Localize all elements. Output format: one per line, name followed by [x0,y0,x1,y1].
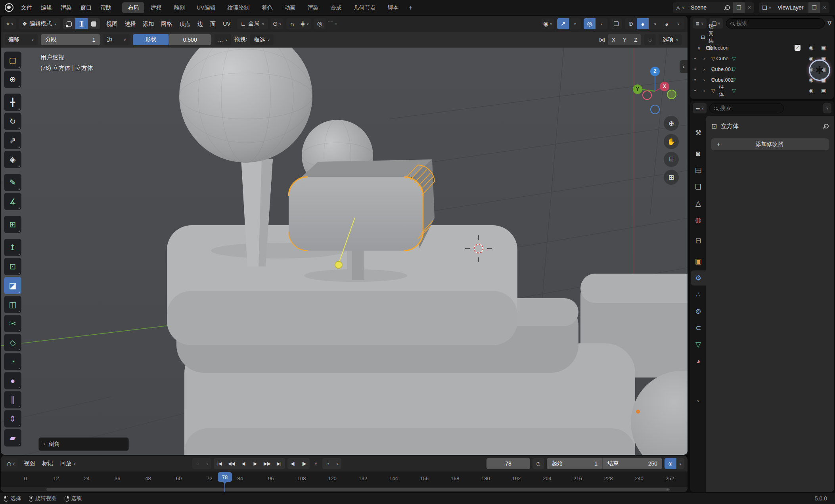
outliner-row-柱体[interactable]: •›▽柱体▽◉▣ [690,85,834,96]
extrude-tool[interactable]: ↥ [4,239,21,256]
workspace-tab-渲染[interactable]: 渲染 [302,2,324,13]
viewport-menu-选择[interactable]: 选择 [121,16,139,32]
pivot-point-selector[interactable]: ⊙∨ [271,18,283,29]
object-tab[interactable]: ▣ [691,254,706,269]
smooth-tool[interactable]: ● [4,372,21,389]
auto-keying-toggle[interactable]: ◌ [192,458,203,469]
frame-step-dropdown[interactable]: ∨ [312,458,320,469]
vertex-select-mode-button[interactable] [63,18,75,29]
drag-mode-selector[interactable]: 框选∨ [250,34,274,45]
workspace-tab-UV编辑[interactable]: UV编辑 [191,2,221,13]
pin-scene-icon[interactable] [722,2,733,13]
play-reverse-button[interactable]: ◀ [237,458,249,469]
outliner-search-input[interactable]: 搜索 [726,18,825,29]
shape-toggle[interactable]: 形状 [133,34,169,45]
modifiers-tab[interactable]: ⚙ [691,270,706,286]
view-layer-tab[interactable]: ❏ [691,179,706,194]
scene-selector[interactable]: ◬∨ Scene ❐ × [673,2,754,13]
shear-tool[interactable]: ▰ [4,429,21,447]
object-visibility-selector[interactable]: ◉∨ [541,18,554,29]
solid-shading-button[interactable]: ● [637,18,649,29]
select-box-tool[interactable]: ▢ [4,52,21,69]
collection-checkbox[interactable]: ✓ [795,45,801,51]
inset-faces-tool[interactable]: ⊡ [4,258,21,275]
move-tool[interactable]: ╋ [4,94,21,111]
prev-keyframe-button[interactable]: ◀◀ [226,458,237,469]
output-tab[interactable]: ▤ [691,163,706,178]
overlays-dropdown[interactable]: ∨ [596,18,607,29]
tool-options-selector[interactable]: 选项∨ [659,34,682,45]
scene-tab[interactable]: △ [691,196,706,211]
offset-type-selector[interactable]: 偏移∨ [5,34,38,45]
render-tab[interactable]: ◙ [691,146,706,161]
outliner-row-场景集合[interactable]: ⊟场景集合 [690,32,834,42]
delete-viewlayer-icon[interactable]: × [820,2,829,13]
scrollbar-handle[interactable] [46,488,670,491]
more-options-selector[interactable]: ...∨ [214,34,231,45]
shape-value-field[interactable]: 0.500 [169,34,211,45]
snap-toggle[interactable]: ∩ [286,18,298,29]
viewlayer-selector[interactable]: ❏∨ ViewLayer ❐ × [759,2,829,13]
gizmo-neg-z-axis[interactable] [650,105,660,114]
loop-cut-tool[interactable]: ◫ [4,296,21,313]
orthographic-toggle-button[interactable]: ⊞ [664,170,679,185]
pan-hand-button[interactable]: ✋ [664,134,679,149]
outliner-row-Collection[interactable]: ∨⊟Collection✓◉▣ [690,42,834,53]
workspace-tab-雕刻[interactable]: 雕刻 [168,2,190,13]
workspace-tab-着色[interactable]: 着色 [256,2,278,13]
add-workspace-button[interactable]: + [405,2,416,13]
camera-icon[interactable]: ▣ [821,45,826,51]
viewport-menu-网格[interactable]: 网格 [157,16,176,32]
properties-editor-type-button[interactable]: ⚌∨ [693,103,707,113]
navigation-axis-gizmo[interactable]: Z X Y [627,67,679,118]
editor-type-button[interactable]: ⌖∨ [4,18,16,29]
viewport-menu-视图[interactable]: 视图 [103,16,121,32]
scene-icon[interactable]: ◬∨ [673,2,688,13]
transform-tool[interactable]: ◈ [4,151,21,168]
blender-logo-icon[interactable] [5,3,13,12]
timeline-ruler[interactable]: 0122436486072849610812013214415616818019… [1,471,688,487]
timeline-overlays-toggle[interactable]: ◎ [665,458,676,469]
poly-build-tool[interactable]: ◇ [4,334,21,351]
outliner-editor-type-button[interactable]: ≣∨ [693,18,707,29]
measure-tool[interactable]: ∡ [4,193,21,210]
camera-view-button[interactable]: ⌸ [664,152,679,167]
camera-icon[interactable]: ▣ [821,88,826,94]
gizmos-toggle[interactable]: ↗ [557,18,569,29]
tool-tab[interactable]: ⚒ [691,125,706,140]
scene-3d-view[interactable] [1,48,688,455]
wireframe-shading-button[interactable]: ⊕ [625,18,637,29]
annotate-tool[interactable]: ✎ [4,174,21,191]
operator-panel-bevel[interactable]: › 倒角 [38,437,129,451]
properties-search-input[interactable]: 搜索 [709,103,784,113]
constraints-tab[interactable]: ⊂ [691,320,706,335]
properties-options-dropdown[interactable]: ∨ [823,103,831,113]
workspace-tab-纹理绘制[interactable]: 纹理绘制 [222,2,255,13]
mirror-x-button[interactable]: X [608,34,619,45]
sidebar-collapse-arrow[interactable]: ‹ [680,60,688,73]
gizmo-neg-y-axis[interactable] [667,90,676,99]
collection-tab[interactable]: ⊟ [691,233,706,248]
rotate-tool[interactable]: ↻ [4,113,21,130]
playback-sync-dropdown[interactable]: ∨ [333,458,341,469]
gizmo-neg-x-axis[interactable] [642,90,652,100]
proportional-editing-toggle[interactable]: ◎ [314,18,326,29]
jump-to-start-button[interactable]: |◀ [214,458,226,469]
jump-to-end-button[interactable]: ▶| [273,458,285,469]
rendered-shading-button[interactable]: ◕ [661,18,672,29]
timeline-overlays-dropdown[interactable]: ∨ [676,458,684,469]
shrink-fatten-tool[interactable]: ⇕ [4,410,21,427]
filter-icon[interactable]: ∇ [827,20,831,27]
viewport-menu-面[interactable]: 面 [207,16,219,32]
outliner-row-partial[interactable]: •›▽▽◉▣ [690,96,834,99]
material-tab[interactable]: ◕ [691,354,706,369]
gizmo-z-axis[interactable]: Z [650,67,660,76]
edge-select-mode-button[interactable] [75,18,88,29]
particles-tab[interactable]: ∴ [691,287,706,302]
mode-selector[interactable]: ❖编辑模式∨ [19,18,60,29]
physics-tab[interactable]: ⊚ [691,304,706,319]
menu-窗口[interactable]: 窗口 [76,0,96,15]
world-tab[interactable]: ◍ [691,213,706,228]
zoom-button[interactable]: ⊕ [664,116,679,131]
delete-scene-icon[interactable]: × [745,2,754,13]
